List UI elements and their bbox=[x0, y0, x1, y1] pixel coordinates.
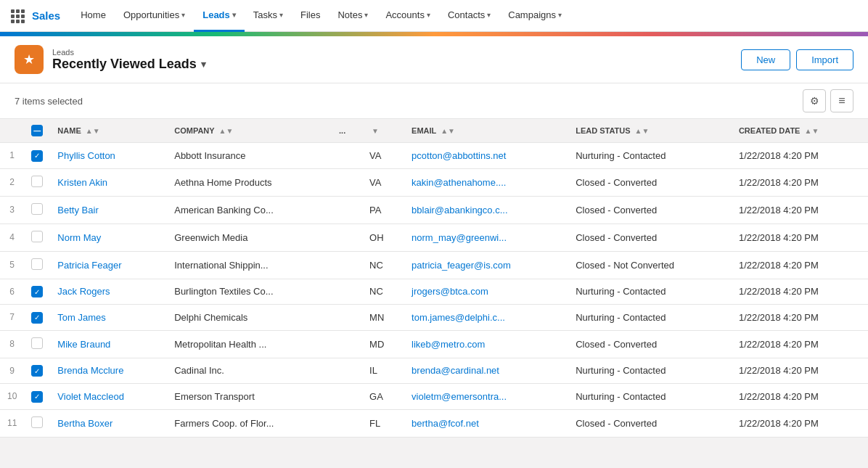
lead-name-link[interactable]: Jack Rogers bbox=[57, 286, 110, 297]
row-checkbox-cell[interactable] bbox=[24, 196, 50, 223]
row-email[interactable]: patricia_feager@is.com bbox=[404, 251, 568, 279]
svg-rect-4 bbox=[16, 15, 20, 18]
lead-name-link[interactable]: Betty Bair bbox=[57, 205, 98, 215]
row-created-date: 1/22/2018 4:20 PM bbox=[732, 251, 868, 279]
row-checkbox[interactable] bbox=[31, 203, 43, 215]
col-state[interactable]: ▼ bbox=[362, 119, 404, 143]
row-name[interactable]: Kristen Akin bbox=[50, 168, 167, 196]
new-button[interactable]: New bbox=[741, 49, 790, 70]
lead-name-link[interactable]: Violet Maccleod bbox=[57, 391, 124, 402]
row-name[interactable]: Norm May bbox=[50, 223, 167, 251]
row-name[interactable]: Patricia Feager bbox=[50, 251, 167, 279]
lead-name-link[interactable]: Kristen Akin bbox=[57, 177, 107, 188]
lead-name-link[interactable]: Patricia Feager bbox=[57, 260, 121, 271]
nav-files[interactable]: Files bbox=[292, 0, 329, 32]
lead-name-link[interactable]: Bertha Boxer bbox=[57, 418, 112, 429]
row-lead-status: Closed - Converted bbox=[568, 223, 732, 251]
col-created-date[interactable]: CREATED DATE ▲▼ bbox=[732, 119, 868, 143]
lead-name-link[interactable]: Norm May bbox=[57, 232, 101, 243]
row-name[interactable]: Jack Rogers bbox=[50, 279, 167, 305]
row-email[interactable]: bertha@fcof.net bbox=[404, 409, 568, 437]
row-email[interactable]: pcotton@abbottins.net bbox=[404, 143, 568, 169]
lead-name-link[interactable]: Phyllis Cotton bbox=[57, 150, 115, 161]
nav-tasks[interactable]: Tasks ▾ bbox=[245, 0, 292, 32]
row-state: IL bbox=[362, 358, 404, 384]
lead-email-link[interactable]: kakin@athenahome.... bbox=[412, 177, 506, 188]
app-grid-icon[interactable] bbox=[6, 4, 29, 28]
row-created-date: 1/22/2018 4:20 PM bbox=[732, 330, 868, 358]
row-checkbox-cell[interactable]: ✓ bbox=[24, 384, 50, 410]
col-select-all[interactable]: — bbox=[24, 119, 50, 143]
row-checkbox-cell[interactable]: ✓ bbox=[24, 305, 50, 331]
lead-email-link[interactable]: tom.james@delphi.c... bbox=[412, 312, 505, 323]
lead-email-link[interactable]: brenda@cardinal.net bbox=[412, 365, 499, 376]
nav-notes[interactable]: Notes ▾ bbox=[329, 0, 377, 32]
row-checkbox[interactable]: ✓ bbox=[31, 365, 43, 377]
row-checkbox[interactable]: ✓ bbox=[31, 286, 43, 297]
lead-email-link[interactable]: pcotton@abbottins.net bbox=[412, 150, 506, 161]
settings-icon-button[interactable]: ⚙ bbox=[803, 89, 826, 112]
title-dropdown-arrow[interactable]: ▾ bbox=[201, 59, 206, 70]
row-checkbox-cell[interactable] bbox=[24, 251, 50, 279]
list-view-button[interactable]: ≡ bbox=[830, 89, 853, 112]
row-checkbox[interactable]: ✓ bbox=[31, 391, 43, 403]
lead-email-link[interactable]: jrogers@btca.com bbox=[412, 286, 488, 297]
col-company[interactable]: COMPANY ▲▼ bbox=[167, 119, 332, 143]
row-email[interactable]: tom.james@delphi.c... bbox=[404, 305, 568, 331]
row-checkbox[interactable] bbox=[31, 337, 43, 349]
row-name[interactable]: Brenda Mcclure bbox=[50, 358, 167, 384]
lead-email-link[interactable]: likeb@metro.com bbox=[412, 339, 485, 350]
app-name[interactable]: Sales bbox=[32, 9, 60, 22]
row-checkbox[interactable] bbox=[31, 258, 43, 270]
row-email[interactable]: jrogers@btca.com bbox=[404, 279, 568, 305]
row-checkbox-cell[interactable] bbox=[24, 168, 50, 196]
lead-email-link[interactable]: violetm@emersontra... bbox=[412, 391, 507, 402]
row-email[interactable]: likeb@metro.com bbox=[404, 330, 568, 358]
row-name[interactable]: Phyllis Cotton bbox=[50, 143, 167, 169]
row-email[interactable]: brenda@cardinal.net bbox=[404, 358, 568, 384]
row-checkbox-cell[interactable]: ✓ bbox=[24, 358, 50, 384]
lead-name-link[interactable]: Tom James bbox=[57, 312, 105, 323]
row-checkbox[interactable] bbox=[31, 176, 43, 187]
row-name[interactable]: Bertha Boxer bbox=[50, 409, 167, 437]
select-all-checkbox[interactable]: — bbox=[31, 125, 43, 136]
row-checkbox-cell[interactable]: ✓ bbox=[24, 143, 50, 169]
lead-name-link[interactable]: Mike Braund bbox=[57, 339, 110, 350]
nav-contacts[interactable]: Contacts ▾ bbox=[439, 0, 499, 32]
row-lead-status: Nurturing - Contacted bbox=[568, 305, 732, 331]
row-checkbox-cell[interactable] bbox=[24, 223, 50, 251]
svg-rect-1 bbox=[16, 9, 20, 13]
row-checkbox[interactable] bbox=[31, 416, 43, 428]
row-checkbox-cell[interactable] bbox=[24, 409, 50, 437]
col-lead-status[interactable]: LEAD STATUS ▲▼ bbox=[568, 119, 732, 143]
lead-email-link[interactable]: patricia_feager@is.com bbox=[412, 260, 511, 271]
row-checkbox-cell[interactable] bbox=[24, 330, 50, 358]
nav-home[interactable]: Home bbox=[72, 0, 115, 32]
col-email[interactable]: EMAIL ▲▼ bbox=[404, 119, 568, 143]
row-name[interactable]: Tom James bbox=[50, 305, 167, 331]
col-extra[interactable]: ... bbox=[332, 119, 362, 143]
col-name[interactable]: NAME ▲▼ bbox=[50, 119, 167, 143]
row-email[interactable]: violetm@emersontra... bbox=[404, 384, 568, 410]
nav-accounts[interactable]: Accounts ▾ bbox=[377, 0, 438, 32]
row-name[interactable]: Violet Maccleod bbox=[50, 384, 167, 410]
nav-opportunities[interactable]: Opportunities ▾ bbox=[115, 0, 194, 32]
row-created-date: 1/22/2018 4:20 PM bbox=[732, 358, 868, 384]
row-email[interactable]: bblair@abankingco.c... bbox=[404, 196, 568, 223]
nav-campaigns[interactable]: Campaigns ▾ bbox=[499, 0, 570, 32]
row-email[interactable]: norm_may@greenwi... bbox=[404, 223, 568, 251]
row-name[interactable]: Mike Braund bbox=[50, 330, 167, 358]
row-checkbox[interactable]: ✓ bbox=[31, 312, 43, 324]
lead-email-link[interactable]: norm_may@greenwi... bbox=[412, 232, 507, 243]
row-email[interactable]: kakin@athenahome.... bbox=[404, 168, 568, 196]
row-lead-status: Nurturing - Contacted bbox=[568, 143, 732, 169]
row-checkbox[interactable] bbox=[31, 231, 43, 242]
lead-email-link[interactable]: bblair@abankingco.c... bbox=[412, 205, 507, 215]
nav-leads[interactable]: Leads ▾ bbox=[194, 0, 245, 32]
row-name[interactable]: Betty Bair bbox=[50, 196, 167, 223]
row-checkbox[interactable]: ✓ bbox=[31, 150, 43, 162]
row-checkbox-cell[interactable]: ✓ bbox=[24, 279, 50, 305]
import-button[interactable]: Import bbox=[796, 49, 853, 70]
lead-name-link[interactable]: Brenda Mcclure bbox=[57, 365, 123, 376]
lead-email-link[interactable]: bertha@fcof.net bbox=[412, 418, 479, 429]
